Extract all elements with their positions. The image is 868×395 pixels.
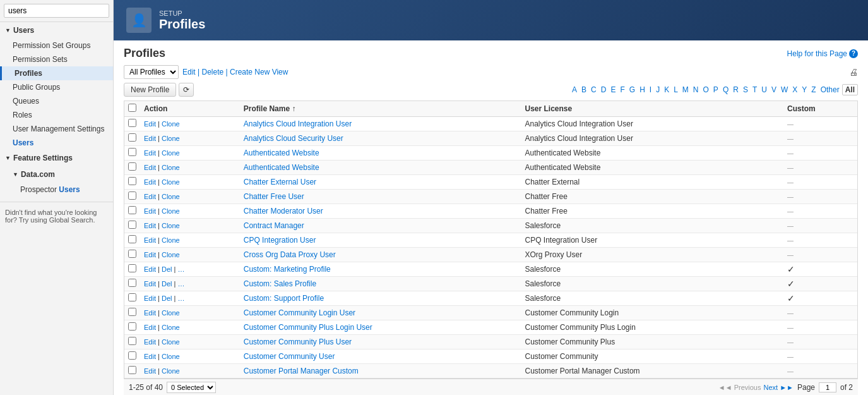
alpha-f[interactable]: F [618, 85, 626, 95]
profile-name-link[interactable]: Custom: Support Profile [244, 294, 324, 303]
print-icon[interactable]: 🖨 [849, 67, 858, 77]
page-number-input[interactable] [819, 382, 836, 392]
action-link[interactable]: Edit [144, 164, 156, 171]
action-link[interactable]: Edit [144, 338, 156, 346]
action-link[interactable]: Edit [144, 280, 156, 288]
sidebar-section-feature-header[interactable]: ▼ Feature Settings [0, 150, 113, 166]
row-checkbox[interactable] [128, 351, 136, 360]
row-checkbox[interactable] [128, 293, 136, 301]
profile-name-link[interactable]: Contract Manager [244, 221, 304, 230]
action-link[interactable]: Del [162, 265, 172, 273]
action-link[interactable]: Clone [162, 178, 180, 186]
alpha-j[interactable]: J [654, 85, 662, 95]
sidebar-item-queues[interactable]: Queues [0, 94, 113, 108]
sidebar-item-prospector-users[interactable]: Prospector Users [0, 183, 113, 197]
sidebar-item-permission-sets[interactable]: Permission Sets [0, 52, 113, 66]
action-link[interactable]: Edit [144, 309, 156, 317]
action-link[interactable]: … [177, 265, 184, 273]
alpha-c[interactable]: C [589, 85, 598, 95]
sidebar-item-permission-set-groups[interactable]: Permission Set Groups [0, 39, 113, 52]
action-link[interactable]: Clone [162, 207, 180, 215]
sidebar-section-users-header[interactable]: ▼ Users [0, 22, 113, 39]
action-link[interactable]: Del [162, 295, 172, 302]
sidebar-datacom-header[interactable]: ▼ Data.com [0, 166, 113, 183]
profile-name-link[interactable]: Analytics Cloud Integration User [244, 119, 352, 128]
action-link[interactable]: Edit [144, 265, 156, 273]
selected-dropdown[interactable]: 0 Selected [167, 382, 216, 393]
row-checkbox[interactable] [128, 308, 136, 316]
alpha-other[interactable]: Other [819, 85, 841, 95]
header-profile-name-col[interactable]: Profile Name ↑ [240, 101, 521, 117]
alpha-m[interactable]: M [681, 85, 691, 95]
alpha-k[interactable]: K [662, 85, 671, 95]
help-link[interactable]: Help for this Page ? [787, 49, 858, 58]
row-checkbox[interactable] [128, 322, 136, 331]
select-all-checkbox[interactable] [128, 104, 136, 112]
alpha-t[interactable]: T [751, 85, 759, 95]
action-link[interactable]: Clone [162, 338, 180, 346]
alpha-i[interactable]: I [648, 85, 653, 95]
action-link[interactable]: Del [162, 280, 172, 288]
action-link[interactable]: Clone [162, 149, 180, 157]
action-link[interactable]: Clone [162, 324, 180, 331]
profile-name-link[interactable]: Chatter External User [244, 178, 316, 186]
action-link[interactable]: … [177, 295, 184, 302]
action-link[interactable]: Edit [144, 207, 156, 215]
action-link[interactable]: Clone [162, 367, 180, 375]
alpha-u[interactable]: U [759, 85, 769, 95]
action-link[interactable]: Clone [162, 222, 180, 229]
sidebar-item-roles[interactable]: Roles [0, 108, 113, 122]
alpha-d[interactable]: D [599, 85, 609, 95]
profile-name-link[interactable]: Cross Org Data Proxy User [244, 250, 336, 259]
action-link[interactable]: Edit [144, 367, 156, 375]
alpha-h[interactable]: H [638, 85, 647, 95]
action-link[interactable]: … [177, 280, 184, 288]
alpha-v[interactable]: V [770, 85, 778, 95]
profile-name-link[interactable]: Authenticated Website [244, 163, 319, 172]
delete-view-link[interactable]: Delete [201, 68, 223, 76]
action-link[interactable]: Clone [162, 120, 180, 128]
refresh-button[interactable]: ⟳ [179, 83, 194, 97]
row-checkbox[interactable] [128, 119, 136, 127]
row-checkbox[interactable] [128, 337, 136, 345]
action-link[interactable]: Edit [144, 251, 156, 258]
action-link[interactable]: Clone [162, 164, 180, 171]
row-checkbox[interactable] [128, 221, 136, 229]
alpha-b[interactable]: B [580, 85, 588, 95]
profile-name-link[interactable]: Customer Community Plus User [244, 337, 352, 346]
action-link[interactable]: Edit [144, 295, 156, 302]
row-checkbox[interactable] [128, 264, 136, 272]
alpha-x[interactable]: X [790, 85, 799, 95]
profile-name-link[interactable]: CPQ Integration User [244, 236, 316, 245]
alpha-p[interactable]: P [711, 85, 720, 95]
action-link[interactable]: Edit [144, 324, 156, 331]
action-link[interactable]: Clone [162, 236, 180, 244]
action-link[interactable]: Clone [162, 353, 180, 360]
alpha-o[interactable]: O [701, 85, 711, 95]
alpha-g[interactable]: G [627, 85, 637, 95]
profile-name-link[interactable]: Custom: Sales Profile [244, 279, 316, 288]
profile-name-link[interactable]: Chatter Free User [244, 192, 304, 201]
action-link[interactable]: Edit [144, 193, 156, 200]
alpha-s[interactable]: S [741, 85, 750, 95]
row-checkbox[interactable] [128, 148, 136, 156]
action-link[interactable]: Clone [162, 135, 180, 142]
alpha-all[interactable]: All [842, 84, 858, 95]
sidebar-item-profiles[interactable]: Profiles [0, 66, 113, 80]
row-checkbox[interactable] [128, 162, 136, 171]
action-link[interactable]: Edit [144, 178, 156, 186]
profile-name-link[interactable]: Customer Community Plus Login User [244, 323, 372, 332]
profile-name-link[interactable]: Custom: Marketing Profile [244, 265, 331, 274]
prev-button[interactable]: ◄◄ Previous [718, 384, 761, 391]
action-link[interactable]: Edit [144, 236, 156, 244]
profile-name-link[interactable]: Authenticated Website [244, 149, 319, 157]
action-link[interactable]: Clone [162, 309, 180, 317]
new-profile-button[interactable]: New Profile [124, 83, 176, 97]
view-select[interactable]: All Profiles [124, 65, 179, 79]
alpha-a[interactable]: A [570, 85, 579, 95]
edit-view-link[interactable]: Edit [182, 68, 196, 76]
action-link[interactable]: Edit [144, 222, 156, 229]
row-checkbox[interactable] [128, 133, 136, 142]
alpha-l[interactable]: L [672, 85, 680, 95]
profile-name-link[interactable]: Customer Community User [244, 352, 335, 361]
